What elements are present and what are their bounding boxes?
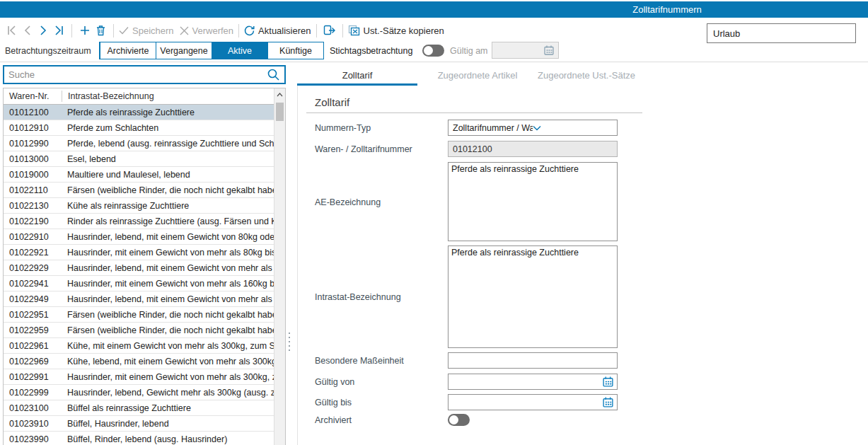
row-waren-nr: 01022969 [4, 357, 62, 366]
list-scrollbar[interactable] [274, 88, 285, 445]
gueltig-von-datefield[interactable] [448, 374, 618, 390]
table-row[interactable]: 01012990 Pferde, lebend (ausg. reinrassi… [4, 136, 274, 151]
table-row[interactable]: 01012910 Pferde zum Schlachten [4, 120, 274, 136]
row-bezeichnung: Rinder als reinrassige Zuchttiere (ausg.… [62, 216, 274, 226]
refresh-button[interactable]: Aktualisieren [244, 25, 311, 36]
row-waren-nr: 01012910 [4, 123, 62, 133]
section-title: Zolltarif [315, 96, 349, 108]
table-row[interactable]: 01013000 Esel, lebend [4, 151, 274, 167]
save-label: Speichern [132, 25, 174, 36]
tariff-list: Waren-Nr. Intrastat-Bezeichnung 01012100… [3, 88, 286, 445]
table-row[interactable]: 01022921 Hausrinder, mit einem Gewicht v… [4, 245, 274, 260]
pane-splitter[interactable] [287, 333, 291, 351]
table-row[interactable]: 01022951 Färsen (weibliche Rinder, die n… [4, 307, 274, 323]
row-waren-nr: 01022959 [4, 325, 62, 335]
table-row[interactable]: 01023910 Büffel, Hausrinder, lebend [4, 416, 274, 432]
gueltig-bis-datefield[interactable] [448, 394, 618, 410]
search-box [3, 65, 286, 84]
search-icon[interactable] [267, 68, 280, 81]
table-row[interactable]: 01022949 Hausrinder, lebend, mit einem G… [4, 291, 274, 307]
table-row[interactable]: 01022969 Kühe, lebend, mit einem Gewicht… [4, 354, 274, 369]
table-header: Waren-Nr. Intrastat-Bezeichnung [4, 88, 274, 105]
masseinheit-input[interactable] [448, 352, 618, 369]
row-waren-nr: 01022190 [4, 216, 62, 226]
ae-bezeichnung-textarea[interactable]: Pferde als reinrassige Zuchttiere [448, 162, 618, 241]
intrastat-bezeichnung-textarea[interactable]: Pferde als reinrassige Zuchttiere [448, 245, 618, 348]
table-row[interactable]: 01022130 Kühe als reinrassige Zuchttiere [4, 198, 274, 214]
discard-label: Verwerfen [192, 25, 234, 36]
detail-tab[interactable]: Zolltarif [297, 67, 417, 86]
zeitraum-segment[interactable]: Aktive [212, 42, 267, 59]
previous-record-button[interactable] [20, 23, 35, 38]
nummern-typ-label: Nummern-Typ [315, 123, 371, 133]
detail-tab[interactable]: Zugeordnete Artikel [417, 67, 538, 86]
save-button[interactable]: Speichern [119, 25, 174, 36]
table-row[interactable]: 01019000 Maultiere und Maulesel, lebend [4, 167, 274, 183]
table-row[interactable]: 01023990 Büffel, Rinder, lebend (ausg. H… [4, 432, 274, 445]
row-waren-nr: 01022941 [4, 279, 62, 289]
zeitraum-segmented-control: Archivierte Vergangene Aktive Künftige [99, 42, 324, 59]
column-header-waren-nr[interactable]: Waren-Nr. [4, 91, 62, 102]
zeitraum-segment[interactable]: Vergangene [156, 42, 212, 59]
next-record-button[interactable] [35, 23, 51, 38]
detail-tab[interactable]: Zugeordnete Ust.-Sätze [538, 67, 635, 86]
last-record-button[interactable] [51, 23, 66, 38]
row-bezeichnung: Hausrinder, lebend, mit einem Gewicht vo… [62, 294, 274, 304]
search-input[interactable] [4, 69, 267, 80]
scrollbar-thumb[interactable] [276, 103, 284, 121]
row-waren-nr: 01023100 [4, 403, 62, 413]
table-row[interactable]: 01022929 Hausrinder, lebend, mit einem G… [4, 260, 274, 276]
nummern-typ-select[interactable]: Zolltarifnummer / Warennummer [448, 120, 618, 136]
table-row[interactable]: 01022991 Hausrinder, mit einem Gewicht v… [4, 369, 274, 385]
zeitraum-segment[interactable]: Künftige [267, 42, 323, 59]
table-row[interactable]: 01023100 Büffel als reinrassige Zuchttie… [4, 400, 274, 416]
filter-row: Betrachtungszeitraum Archivierte Vergang… [0, 41, 868, 62]
table-row[interactable]: 01022190 Rinder als reinrassige Zuchttie… [4, 214, 274, 229]
toolbar-separator [316, 24, 317, 37]
table-row[interactable]: 01022910 Hausrinder, lebend, mit einem G… [4, 229, 274, 245]
last-record-icon [53, 25, 64, 35]
masseinheit-label: Besondere Maßeinheit [315, 356, 404, 366]
previous-record-icon [23, 25, 32, 35]
row-waren-nr: 01012990 [4, 139, 62, 149]
row-bezeichnung: Pferde als reinrassige Zuchttiere [62, 108, 274, 117]
warennummer-label: Waren- / Zolltarifnummer [315, 144, 412, 154]
gueltig-am-datefield[interactable] [492, 42, 559, 59]
row-bezeichnung: Färsen (weibliche Rinder, die noch nicht… [62, 310, 274, 320]
copy-table-icon [348, 25, 360, 36]
discard-button[interactable]: Verwerfen [180, 25, 234, 36]
stichtagsbetrachtung-toggle[interactable] [422, 45, 444, 57]
table-row[interactable]: 01022959 Färsen (weibliche Rinder, die n… [4, 323, 274, 338]
quick-search-input[interactable] [707, 23, 856, 43]
nummern-typ-value: Zolltarifnummer / Warennummer [453, 123, 533, 133]
first-record-button[interactable] [4, 23, 20, 38]
table-row[interactable]: 01012100 Pferde als reinrassige Zuchttie… [4, 105, 274, 120]
calendar-icon[interactable] [602, 376, 614, 388]
archiviert-label: Archiviert [315, 415, 352, 425]
table-row[interactable]: 01022961 Kühe, mit einem Gewicht von meh… [4, 338, 274, 354]
zeitraum-segment[interactable]: Archivierte [100, 42, 156, 59]
archiviert-toggle[interactable] [448, 414, 470, 426]
copy-record-button[interactable] [322, 23, 337, 38]
delete-record-button[interactable] [93, 23, 108, 38]
copy-ust-label: Ust.-Sätze kopieren [364, 25, 444, 36]
row-bezeichnung: Kühe als reinrassige Zuchttiere [62, 201, 274, 211]
x-icon [180, 26, 189, 35]
column-header-intrastat[interactable]: Intrastat-Bezeichnung [62, 91, 274, 101]
table-row[interactable]: 01022110 Färsen (weibliche Rinder, die n… [4, 183, 274, 198]
row-bezeichnung: Hausrinder, lebend, mit einem Gewicht vo… [62, 232, 274, 242]
toolbar-separator [71, 24, 72, 37]
calendar-icon[interactable] [602, 396, 614, 408]
table-row[interactable]: 01022941 Hausrinder, mit einem Gewicht v… [4, 276, 274, 291]
row-waren-nr: 01022951 [4, 310, 62, 320]
scroll-up-icon[interactable] [274, 88, 285, 100]
toggle-knob [449, 415, 458, 424]
detail-tab-label: Zolltarif [342, 70, 373, 81]
add-record-button[interactable] [77, 23, 93, 38]
section-rule [306, 112, 642, 113]
row-waren-nr: 01022961 [4, 341, 62, 351]
copy-ust-button[interactable]: Ust.-Sätze kopieren [348, 25, 444, 36]
table-row[interactable]: 01022999 Hausrinder, lebend, Gewicht meh… [4, 385, 274, 400]
row-bezeichnung: Maultiere und Maulesel, lebend [62, 170, 274, 180]
row-bezeichnung: Kühe, lebend, mit einem Gewicht von mehr… [62, 357, 274, 366]
